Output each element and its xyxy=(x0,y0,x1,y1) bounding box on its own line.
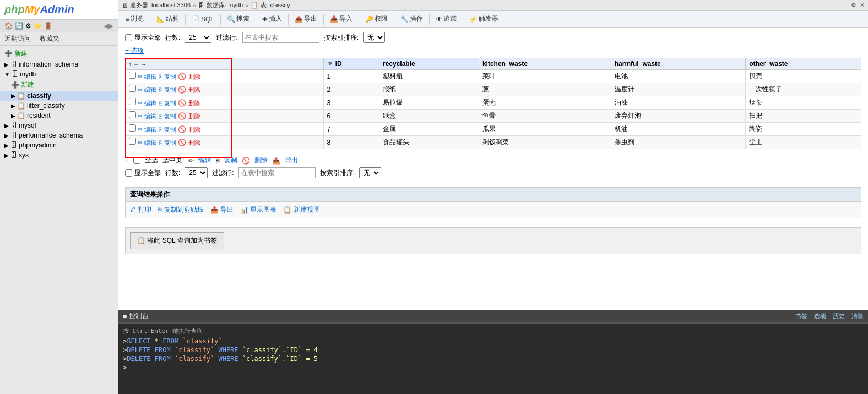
col-recyclable-header[interactable]: recyclable xyxy=(379,58,479,70)
triggers-label: 触发器 xyxy=(479,14,498,24)
copy-link[interactable]: ⎘ 复制 xyxy=(159,126,176,133)
delete-link[interactable]: 删除 xyxy=(188,126,200,133)
col-kitchen-waste-header[interactable]: kitchen_waste xyxy=(479,58,611,70)
export-btn[interactable]: 📤 导出 xyxy=(291,13,321,25)
delete-link[interactable]: 删除 xyxy=(188,113,200,119)
show-all-checkbox-bottom[interactable] xyxy=(125,169,132,177)
col-harmful-waste-header[interactable]: harmful_waste xyxy=(611,58,746,70)
delete-link[interactable]: 删除 xyxy=(188,86,200,93)
export-link-bottom[interactable]: 导出 xyxy=(285,156,298,165)
delete-icon[interactable]: 🚫 xyxy=(178,112,186,120)
filter-input-bottom[interactable] xyxy=(238,167,316,178)
sidebar-item-new-mydb[interactable]: ➕ 新建 xyxy=(0,79,118,91)
bookmark-section: 📋 将此 SQL 查询加为书签 xyxy=(125,227,861,254)
row-checkbox[interactable] xyxy=(129,124,136,132)
cell-other_waste: 尘土 xyxy=(746,136,861,149)
delete-icon[interactable]: 🚫 xyxy=(178,73,186,80)
sidebar-item-phpmyadmin[interactable]: ▶ 🗄 phpmyadmin xyxy=(0,140,118,150)
delete-link[interactable]: 删除 xyxy=(188,139,200,146)
select-all-checkbox-bottom[interactable] xyxy=(133,157,140,164)
insert-btn[interactable]: ✚ 插入 xyxy=(258,13,286,25)
show-chart-link[interactable]: 📊 显示图表 xyxy=(240,205,276,215)
copy-link-bottom[interactable]: 复制 xyxy=(224,156,237,165)
options-action[interactable]: 选项 xyxy=(814,312,826,320)
rows-select-bottom[interactable]: 25 xyxy=(185,167,208,178)
recent-tab[interactable]: 近期访问 xyxy=(0,32,35,45)
edit-link[interactable]: ✏ 编辑 xyxy=(138,113,156,119)
settings-btn[interactable]: ⚙ xyxy=(851,2,856,9)
browse-btn[interactable]: ≡ 浏览 xyxy=(122,13,148,25)
sidebar-item-mysql[interactable]: ▶ 🗄 mysql xyxy=(0,121,118,130)
col-id-header[interactable]: ▼ ID xyxy=(323,58,379,70)
cell-harmful_waste: 电池 xyxy=(611,70,746,83)
print-link[interactable]: 🖨 打印 xyxy=(130,205,151,215)
sidebar-item-new-top[interactable]: ➕ 新建 xyxy=(0,48,118,59)
show-all-checkbox[interactable] xyxy=(125,34,132,41)
titlebar: 🖥 服务器: localhost:3306 » 🗄 数据库: mydb » 📋 … xyxy=(122,1,851,9)
sql-btn[interactable]: 📄 SQL xyxy=(188,14,218,25)
sidebar-item-sys[interactable]: ▶ 🗄 sys xyxy=(0,150,118,160)
sidebar-item-mydb[interactable]: ▼ 🗄 mydb xyxy=(0,69,118,79)
privileges-btn[interactable]: 🔑 权限 xyxy=(361,13,392,25)
sidebar-item-resident[interactable]: ▶ 📋 resident xyxy=(0,111,118,121)
sidebar-item-performance-schema[interactable]: ▶ 🗄 performance_schema xyxy=(0,130,118,140)
copy-clipboard-link[interactable]: ⎘ 复制到剪贴板 xyxy=(158,205,203,215)
refresh-icon[interactable]: 🔄 xyxy=(15,22,23,30)
sidebar-item-information-schema[interactable]: ▶ 🗄 information_schema xyxy=(0,59,118,69)
row-actions: ✏ 编辑 ⎘ 复制 🚫 删除 xyxy=(126,83,324,96)
delete-icon[interactable]: 🚫 xyxy=(178,99,186,107)
table-label: 表: classify xyxy=(261,1,290,9)
row-checkbox[interactable] xyxy=(129,72,136,79)
sort-dropdown-icon[interactable]: ▼ xyxy=(327,60,334,68)
delete-link[interactable]: 删除 xyxy=(188,73,200,80)
delete-link-bottom[interactable]: 删除 xyxy=(254,156,268,165)
edit-link[interactable]: ✏ 编辑 xyxy=(138,100,156,106)
delete-icon[interactable]: 🚫 xyxy=(178,139,186,146)
new-view-link[interactable]: 📋 新建视图 xyxy=(283,205,319,215)
copy-link[interactable]: ⎘ 复制 xyxy=(159,86,176,93)
row-checkbox[interactable] xyxy=(129,138,136,145)
structure-btn[interactable]: 📐 结构 xyxy=(153,13,183,25)
collapse-icon[interactable]: ◀▶ xyxy=(104,22,113,30)
home-icon[interactable]: 🏠 xyxy=(4,22,13,30)
favorites-tab[interactable]: 收藏夹 xyxy=(35,32,64,45)
triggers-btn[interactable]: ⚡ 触发器 xyxy=(465,13,502,25)
copy-link[interactable]: ⎘ 复制 xyxy=(159,113,176,119)
sort-select-bottom[interactable]: 无 xyxy=(359,167,381,178)
star-icon[interactable]: ⭐ xyxy=(34,22,42,30)
tracking-btn[interactable]: 👁 追踪 xyxy=(432,13,460,25)
clear-action[interactable]: 清除 xyxy=(851,312,864,320)
insert-icon: ✚ xyxy=(262,15,268,23)
operations-btn[interactable]: 🔧 操作 xyxy=(397,13,427,25)
sort-select-top[interactable]: 无 xyxy=(363,32,385,43)
sidebar-item-classify[interactable]: ▶ 📋 classify xyxy=(0,91,118,101)
search-btn[interactable]: 🔍 搜索 xyxy=(223,13,253,25)
bookmark-btn[interactable]: 📋 将此 SQL 查询加为书签 xyxy=(130,232,224,249)
row-checkbox[interactable] xyxy=(129,98,136,105)
close-btn[interactable]: ✕ xyxy=(860,2,865,9)
edit-link[interactable]: ✏ 编辑 xyxy=(138,86,156,93)
edit-link[interactable]: ✏ 编辑 xyxy=(138,73,156,80)
copy-link[interactable]: ⎘ 复制 xyxy=(159,100,176,106)
rows-select-top[interactable]: 25 50 100 xyxy=(185,32,211,43)
options-link[interactable]: + 选项 xyxy=(125,46,861,56)
edit-link[interactable]: ✏ 编辑 xyxy=(138,126,156,133)
export-results-link[interactable]: 📤 导出 xyxy=(210,205,234,215)
sidebar-item-litter-classify[interactable]: ▶ 📋 litter_classify xyxy=(0,101,118,111)
copy-link[interactable]: ⎘ 复制 xyxy=(159,139,176,146)
delete-link[interactable]: 删除 xyxy=(188,100,200,106)
settings-icon[interactable]: ⚙ xyxy=(25,22,31,30)
row-checkbox[interactable] xyxy=(129,111,136,118)
row-checkbox[interactable] xyxy=(129,85,136,92)
delete-icon[interactable]: 🚫 xyxy=(178,86,186,94)
filter-input-top[interactable] xyxy=(242,32,319,43)
delete-icon[interactable]: 🚫 xyxy=(178,125,186,133)
edit-link[interactable]: ✏ 编辑 xyxy=(138,139,156,146)
edit-link-bottom[interactable]: 编辑 xyxy=(198,156,211,165)
import-btn[interactable]: 📥 导入 xyxy=(326,13,356,25)
col-other-waste-header[interactable]: other_waste xyxy=(746,58,861,70)
exit-icon[interactable]: 🚪 xyxy=(44,22,52,30)
history-action[interactable]: 历史 xyxy=(833,312,845,320)
copy-link[interactable]: ⎘ 复制 xyxy=(159,73,176,80)
bookmark-action[interactable]: 书签 xyxy=(795,312,807,320)
